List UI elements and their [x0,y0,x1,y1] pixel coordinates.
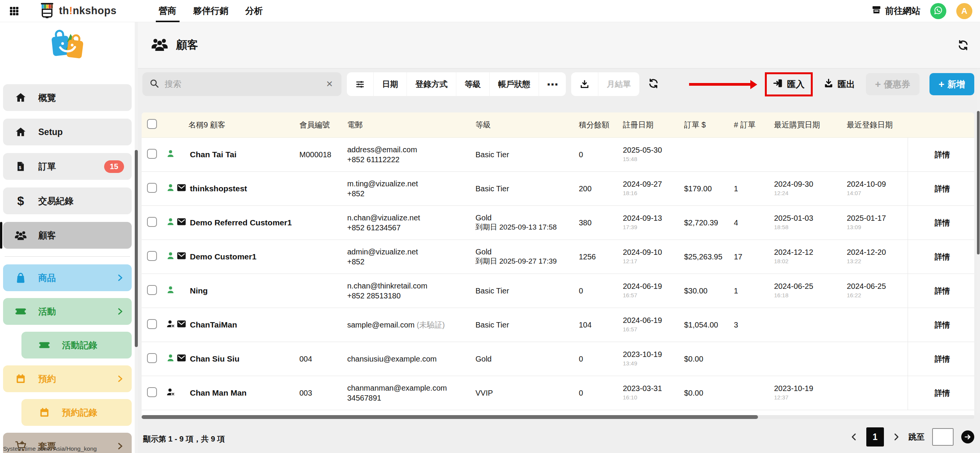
current-page-button[interactable]: 1 [866,427,884,446]
coupon-button[interactable]: + 優惠券 [866,73,920,95]
col-points[interactable]: 積分餘額 [577,120,621,130]
row-checkbox-cell [142,149,163,161]
prev-page-icon[interactable] [849,432,859,442]
next-page-icon[interactable] [892,432,901,442]
filter-more-button[interactable]: ⋯ [539,72,566,96]
sidebar-item-customers[interactable]: 顧客 [3,222,132,249]
table-row[interactable]: Demo Referred Customer1 n.chan@vizualize… [142,206,974,240]
detail-button[interactable]: 詳情 [935,218,950,228]
apps-grid-icon[interactable] [8,5,20,17]
reg-date: 2024-09-13 [623,213,682,223]
email-cell: n.chan@thinkretail.com +852 28513180 [345,281,473,301]
detail-button[interactable]: 詳情 [935,354,950,364]
member-disabled-icon [166,319,175,330]
detail-button[interactable]: 詳情 [935,252,950,262]
row-checkbox[interactable] [147,285,157,295]
filter-login-method-button[interactable]: 登錄方式 [407,72,456,96]
sidebar-item-campaign-records[interactable]: 活動記錄 [21,332,132,358]
filter-account-status-button[interactable]: 帳戶狀態 [489,72,539,96]
export-button[interactable]: 匯出 [823,78,855,91]
tier-value: Basic Tier [475,184,577,193]
reg-date-cell: 2024-09-13 17:39 [621,213,682,232]
table-row[interactable]: Chan Siu Siu 004 chansiusiu@example.com … [142,342,974,376]
horizontal-scrollbar[interactable] [142,415,974,419]
table-row[interactable]: Demo Customer1 admin@vizualize.net +852 … [142,240,974,274]
select-all-checkbox[interactable] [147,119,157,129]
sidebar-item-orders[interactable]: $ 訂單 15 [3,153,132,180]
last-purchase-date: 2025-01-03 [774,213,844,223]
import-button[interactable]: 匯入 [773,78,805,91]
download-button[interactable] [571,72,598,96]
row-checkbox[interactable] [147,183,157,193]
sidebar: 概覽 Setup $ 訂單 15 $ 交易紀錄 顧客 商品 [0,22,135,453]
row-checkbox[interactable] [147,217,157,227]
row-checkbox[interactable] [147,387,157,397]
col-last-purchase[interactable]: 最近購買日期 [772,120,844,130]
email-subscribed-icon [177,320,186,330]
brand-logo[interactable]: th!nkshops [38,2,117,20]
table-row[interactable]: thinkshopstest m.ting@vizualize.net +852… [142,172,974,206]
sidebar-item-setup[interactable]: Setup [3,119,132,145]
plus-icon: + [939,78,944,90]
go-page-button[interactable] [961,430,974,443]
filter-date-button[interactable]: 日期 [373,72,407,96]
member-active-icon [166,149,175,160]
table-row[interactable]: ChanTaiMan sample@email.com (未驗証) Basic … [142,308,974,342]
filter-sliders-button[interactable] [347,72,373,96]
status-icons [166,388,190,398]
col-tier[interactable]: 等級 [473,120,577,130]
col-reg-date[interactable]: 註冊日期 [621,120,682,130]
row-checkbox[interactable] [147,251,157,261]
search-input[interactable] [165,79,325,89]
last-login-time: 16:22 [847,291,908,300]
points-cell: 200 [577,184,621,193]
sidebar-scrollbar-thumb[interactable] [135,150,138,347]
detail-button[interactable]: 詳情 [935,286,950,296]
table-row[interactable]: Ning n.chan@thinkretail.com +852 2851318… [142,274,974,308]
row-checkbox[interactable] [147,319,157,329]
search-bar[interactable]: ✕ [142,72,341,96]
phone-value: +852 [347,257,473,267]
sidebar-item-products[interactable]: 商品 [3,264,132,291]
table-row[interactable]: Chan Man Man 003 chanmanman@example.com … [142,376,974,410]
detail-button[interactable]: 詳情 [935,388,950,398]
sidebar-item-overview[interactable]: 概覽 [3,84,132,111]
detail-button[interactable]: 詳情 [935,320,950,330]
col-name[interactable]: 名稱9 顧客 [163,120,297,130]
sidebar-item-bookings[interactable]: 預約 [3,365,132,392]
tab-partner-marketing[interactable]: 夥伴行銷 [185,0,237,22]
row-checkbox[interactable] [147,353,157,363]
whatsapp-button[interactable] [930,3,946,19]
monthly-statement-button[interactable]: 月結單 [598,72,639,96]
row-checkbox-cell [142,217,163,229]
horizontal-scrollbar-thumb[interactable] [142,415,758,419]
tab-business[interactable]: 營商 [150,0,185,22]
vertical-scrollbar-thumb[interactable] [977,111,980,254]
tab-analytics[interactable]: 分析 [237,0,271,22]
email-value: n.chan@vizualize.net [347,213,420,222]
go-to-site-button[interactable]: 前往網站 [872,5,920,17]
col-email[interactable]: 電郵 [345,120,473,130]
detail-button[interactable]: 詳情 [935,150,950,160]
customer-name: thinkshopstest [190,184,247,193]
table-row[interactable]: Chan Tai Tai M000018 address@email.com +… [142,138,974,172]
row-checkbox[interactable] [147,149,157,159]
statement-group: 月結單 [571,72,639,96]
sidebar-scrollbar[interactable] [135,22,138,453]
user-avatar[interactable]: A [956,3,972,19]
last-login-time: 13:09 [847,223,908,232]
col-last-login[interactable]: 最近登錄日期 [844,120,908,130]
sidebar-item-transactions[interactable]: $ 交易紀錄 [3,187,132,214]
jump-page-input[interactable] [932,428,954,446]
sidebar-item-booking-records[interactable]: 預約記錄 [21,399,132,426]
refresh-list-icon[interactable] [648,78,659,91]
sidebar-item-campaigns[interactable]: 活動 [3,298,132,325]
clear-search-icon[interactable]: ✕ [325,79,335,89]
add-customer-button[interactable]: + 新增 [929,73,974,95]
refresh-icon[interactable] [957,39,969,53]
detail-button[interactable]: 詳情 [935,184,950,194]
col-order-count[interactable]: # 訂單 [732,120,772,130]
col-order-total[interactable]: 訂單 $ [682,120,732,130]
col-member-no[interactable]: 會員編號 [297,120,345,130]
filter-tier-button[interactable]: 等級 [456,72,489,96]
